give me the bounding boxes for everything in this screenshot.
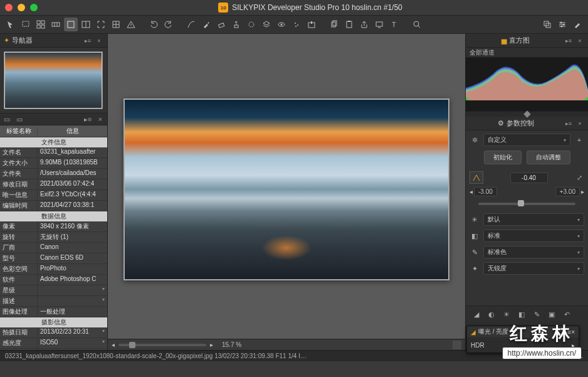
window-minimize[interactable]	[18, 4, 25, 11]
exposure-icon[interactable]	[470, 171, 483, 184]
svg-rect-25	[333, 21, 337, 26]
description-select[interactable]	[38, 296, 107, 306]
exposure-panel-menu-icon[interactable]: ▸≡	[564, 329, 571, 336]
rating-select[interactable]	[38, 285, 107, 295]
palette-undo-icon[interactable]: ↶	[561, 309, 572, 320]
info-tab-icon[interactable]: ▭	[3, 115, 11, 124]
view-grid-icon[interactable]	[34, 18, 48, 31]
panel-close-icon[interactable]: ×	[95, 36, 103, 45]
warning-icon[interactable]	[124, 18, 138, 31]
meta-key: 文件夹	[0, 169, 38, 179]
sharpness-icon: ✦	[470, 263, 480, 273]
spot-icon[interactable]	[244, 18, 258, 31]
palette-tone-icon[interactable]: ◧	[516, 309, 527, 320]
redeye-icon[interactable]	[275, 18, 288, 31]
stamp-icon[interactable]	[229, 18, 243, 31]
preset-select[interactable]: 自定义▾	[483, 134, 570, 146]
rotate-cw-icon[interactable]	[162, 18, 176, 31]
range-min: -3.00	[474, 187, 497, 196]
iso-select[interactable]: ISO50	[38, 338, 107, 348]
meta-val: ProPhoto	[38, 264, 107, 274]
histogram-marker-track[interactable]	[466, 112, 588, 117]
svg-rect-4	[41, 25, 45, 28]
curve-icon[interactable]	[184, 18, 198, 31]
exposure-panel-close-icon[interactable]: ×	[571, 329, 575, 336]
view-filmstrip-icon[interactable]	[49, 18, 63, 31]
window-zoom[interactable]	[30, 4, 38, 11]
navigator-title: 导航器	[12, 36, 33, 45]
view-fit-icon[interactable]	[94, 18, 108, 31]
hdr-arrow-icon[interactable]: ▸	[572, 342, 575, 349]
compass-icon: ✦	[4, 36, 9, 45]
text-icon[interactable]: T	[387, 18, 401, 31]
svg-point-20	[295, 23, 296, 24]
range-right-icon[interactable]: ▸	[581, 188, 584, 195]
range-left-icon[interactable]: ◂	[470, 188, 473, 195]
exposure-slider[interactable]	[478, 203, 575, 205]
meta-key: 文件名	[0, 147, 38, 157]
brush2-icon[interactable]	[570, 18, 584, 31]
tool-marquee-icon[interactable]	[19, 18, 33, 31]
tone-select[interactable]: 标准▾	[483, 230, 584, 242]
color-select[interactable]: 标准色▾	[483, 246, 584, 258]
palette-wb-icon[interactable]: ☀	[501, 309, 512, 320]
wb-select[interactable]: 默认▾	[483, 213, 584, 226]
view-single-icon[interactable]	[64, 18, 78, 31]
meta-key: 感光度	[0, 338, 38, 348]
folder-tab-icon[interactable]: ▭	[15, 115, 24, 124]
exposure-floating-panel[interactable]: ◢ 曝光 / 亮度 ▸≡ × HDR ▸	[466, 326, 579, 353]
zoom-slider[interactable]	[118, 344, 206, 346]
param-menu-icon[interactable]: ▸≡	[564, 119, 573, 128]
brush-icon[interactable]	[199, 18, 213, 31]
tab-close-icon[interactable]: ×	[96, 115, 105, 124]
image-preview[interactable]	[123, 98, 449, 280]
svg-rect-2	[41, 21, 45, 24]
rotate-ccw-icon[interactable]	[147, 18, 160, 31]
meta-key: 唯一信息	[0, 190, 38, 200]
navigator-thumbnail[interactable]	[4, 51, 103, 109]
sliders-icon[interactable]	[555, 18, 569, 31]
svg-point-40	[561, 26, 563, 28]
palette-color-icon[interactable]: ✎	[531, 309, 542, 320]
windows-icon[interactable]	[540, 18, 554, 31]
shoot-date-select[interactable]: 2013/02/23 20:31	[38, 327, 107, 337]
init-button[interactable]: 初始化	[484, 151, 522, 164]
export-icon[interactable]	[305, 18, 318, 31]
resize-handle-icon[interactable]	[453, 341, 461, 349]
dust-icon[interactable]	[290, 18, 303, 31]
sharpness-select[interactable]: 无锐度▾	[483, 262, 584, 275]
zoom-tool-icon[interactable]	[410, 18, 424, 31]
meta-key: 色彩空间	[0, 264, 38, 274]
paste-settings-icon[interactable]	[342, 18, 356, 31]
param-close-icon[interactable]: ×	[575, 119, 584, 128]
palette-exposure-icon[interactable]: ◢	[471, 309, 482, 320]
copy-settings-icon[interactable]	[327, 18, 341, 31]
svg-line-32	[418, 26, 420, 28]
histogram-channel-label[interactable]: 全部通道	[466, 48, 588, 58]
window-close[interactable]	[5, 4, 13, 11]
exposure-value-input[interactable]: -0.40	[510, 173, 548, 183]
svg-point-39	[563, 24, 565, 26]
meta-val: 1/4	[38, 349, 107, 350]
layers-icon[interactable]	[260, 18, 273, 31]
eraser-icon[interactable]	[214, 18, 228, 31]
palette-crop-icon[interactable]: ▣	[546, 309, 557, 320]
reset-exposure-icon[interactable]: ⤢	[574, 173, 584, 183]
view-split-icon[interactable]	[79, 18, 93, 31]
tool-pointer-icon[interactable]	[4, 18, 18, 31]
palette-contrast-icon[interactable]: ◐	[486, 309, 497, 320]
zoom-arrow-right-icon[interactable]: ▸	[210, 341, 213, 348]
tab-menu-icon[interactable]: ▸≡	[83, 115, 92, 124]
hist-close-icon[interactable]: ×	[575, 36, 584, 45]
monitor-icon[interactable]	[372, 18, 386, 31]
add-preset-icon[interactable]: +	[574, 135, 584, 145]
meta-val: 9.90MB (10381985B	[38, 158, 107, 168]
zoom-arrow-left-icon[interactable]: ◂	[112, 341, 115, 348]
status-warning-icon[interactable]: ⚠	[577, 353, 583, 359]
share-icon[interactable]	[357, 18, 371, 31]
exposure-panel-icon: ◢	[471, 329, 476, 336]
view-grid2-icon[interactable]	[109, 18, 123, 31]
panel-menu-icon[interactable]: ▸≡	[83, 36, 92, 45]
hist-menu-icon[interactable]: ▸≡	[564, 36, 573, 45]
auto-adjust-button[interactable]: 自动调整	[527, 151, 570, 164]
